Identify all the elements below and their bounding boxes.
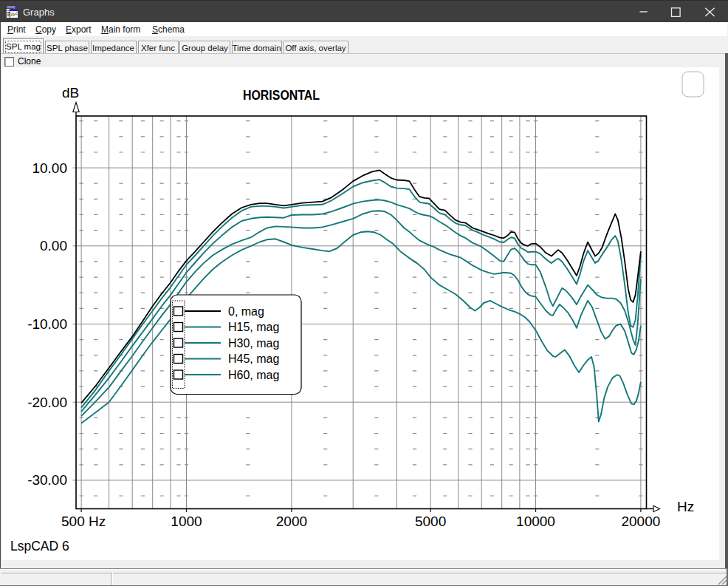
svg-text:H30, mag: H30, mag	[228, 337, 279, 350]
svg-text:HORISONTAL: HORISONTAL	[243, 87, 320, 103]
svg-text:1000: 1000	[171, 514, 202, 529]
svg-text:2000: 2000	[276, 514, 307, 529]
svg-text:LspCAD 6: LspCAD 6	[10, 539, 69, 553]
svg-text:H15, mag: H15, mag	[228, 321, 279, 333]
svg-text:H60, mag: H60, mag	[228, 369, 279, 381]
svg-text:H45, mag: H45, mag	[228, 352, 279, 365]
svg-text:-30.00: -30.00	[27, 472, 67, 488]
svg-text:500 Hz: 500 Hz	[61, 514, 106, 529]
svg-text:10.00: 10.00	[32, 160, 67, 176]
svg-text:10000: 10000	[516, 514, 555, 529]
svg-text:Hz: Hz	[677, 499, 694, 514]
svg-text:0.00: 0.00	[40, 238, 67, 253]
svg-text:-10.00: -10.00	[27, 316, 67, 332]
svg-text:20000: 20000	[621, 514, 660, 529]
svg-text:0, mag: 0, mag	[228, 305, 264, 318]
svg-text:5000: 5000	[415, 514, 446, 529]
svg-text:-20.00: -20.00	[27, 395, 67, 410]
svg-text:dB: dB	[62, 85, 79, 100]
